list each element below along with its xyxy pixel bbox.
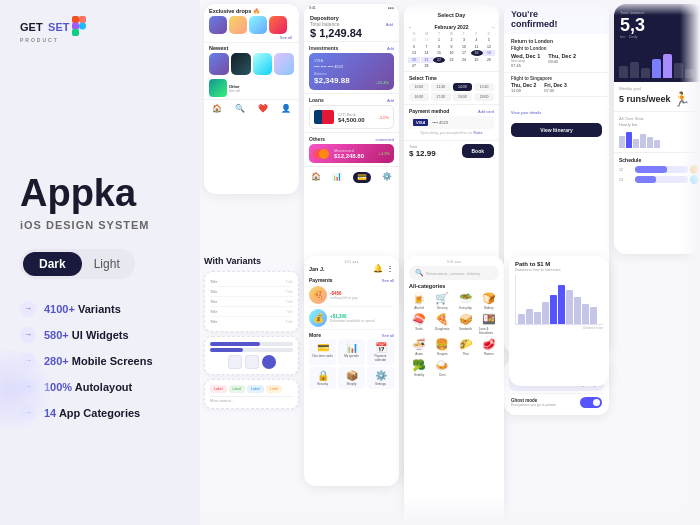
phone-payments: 9:41 ●●● Jan J. 🔔 ⋮ Payments See all 🍕 [304, 256, 399, 486]
svg-point-4 [79, 23, 86, 30]
feature-categories-label: 14 App Categories [44, 407, 140, 419]
phone-all-categories: 9:41 ●●● 🔍 Restaurants, cuisines, delive… [404, 256, 504, 525]
phone-stats: Total distance 5,3 km · Daily Weekly go [614, 4, 700, 254]
svg-rect-0 [72, 16, 79, 23]
svg-rect-1 [79, 16, 86, 23]
svg-rect-2 [72, 23, 79, 30]
app-name: Appka [20, 173, 180, 215]
variants-title: With Variants [204, 256, 299, 266]
variants-section: With Variants Title Title Title Title Ti… [204, 256, 299, 409]
theme-toggle: Dark Light [20, 249, 135, 279]
feature-item-variants: → 4100+ Variants [20, 301, 180, 317]
left-panel: GET SET PRODUCT Appka iOS DESIGN SYSTEM … [0, 0, 200, 525]
bottom-phones-row: With Variants Title Title Title Title Ti… [204, 256, 609, 525]
logo-get: GET [20, 21, 43, 33]
logo-product-sub: PRODUCT [20, 37, 86, 43]
logo-text-block: GET SET [20, 17, 69, 35]
feature-variants-label: 4100+ Variants [44, 303, 121, 315]
theme-light-button[interactable]: Light [82, 252, 132, 276]
app-system-label: iOS DESIGN SYSTEM [20, 219, 180, 231]
screenshots-area: Exclusive drops 🔥 See all Newest [200, 0, 700, 525]
arrow-icon-variants: → [20, 301, 36, 317]
brand-logo-block: GET SET PRODUCT [20, 16, 86, 43]
feature-autolayout-label: 100% Autolayout [44, 381, 132, 393]
figma-icon [72, 16, 86, 36]
phone-app-collection: Exclusive drops 🔥 See all Newest [204, 4, 299, 194]
arrow-icon-widgets: → [20, 327, 36, 343]
feature-item-widgets: → 580+ UI Widgets [20, 327, 180, 343]
brand-name-area: Appka iOS DESIGN SYSTEM [20, 113, 180, 249]
theme-dark-button[interactable]: Dark [23, 252, 82, 276]
logo-set: SET [48, 21, 69, 33]
phone-path: Path to $1 M Distance in time to retirem… [509, 256, 609, 386]
feature-widgets-label: 580+ UI Widgets [44, 329, 129, 341]
feature-item-screens: → 280+ Mobile Screens [20, 353, 180, 369]
feature-screens-label: 280+ Mobile Screens [44, 355, 153, 367]
logo-area: GET SET PRODUCT [20, 16, 180, 43]
svg-rect-3 [72, 29, 79, 36]
